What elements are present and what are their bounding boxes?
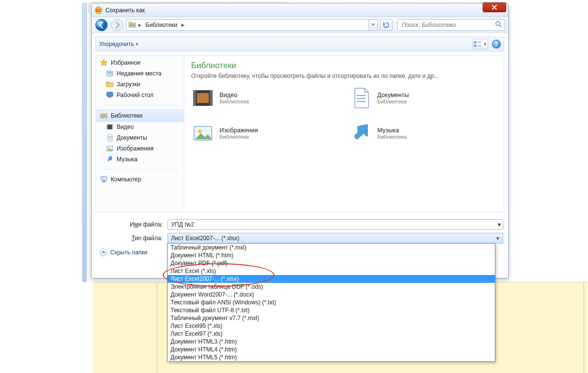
library-kind: Библиотека (220, 99, 249, 104)
sidebar-computer-root[interactable]: Компьютер (96, 174, 184, 185)
sidebar-item-recent[interactable]: Недавние места (96, 68, 184, 79)
filetype-option[interactable]: Документ HTML (*.htm) (168, 251, 495, 259)
sidebar-item-downloads[interactable]: Загрузки (96, 79, 184, 90)
music-icon (106, 155, 114, 163)
svg-rect-25 (112, 124, 113, 129)
content-heading: Библиотеки (191, 61, 497, 71)
filetype-option[interactable]: Документ HTML5 (*.htm) (168, 353, 495, 361)
sidebar-item-label: Избранное (111, 59, 141, 66)
desktop-icon (106, 91, 114, 99)
filetype-option[interactable]: Текстовый файл ANSI (Windows) (*.txt) (168, 298, 495, 306)
svg-line-8 (499, 25, 501, 27)
sidebar-item-label: Библиотеки (111, 112, 143, 119)
chevron-down-icon[interactable]: ▾ (494, 234, 502, 242)
content-area: Библиотеки Откройте библиотеку, чтобы пр… (184, 56, 504, 212)
filename-input[interactable]: УПД №2 ▾ (168, 219, 503, 230)
filetype-option[interactable]: Лист Excel95 (*.xls) (168, 322, 495, 330)
search-input[interactable] (401, 21, 495, 29)
breadcrumb-libraries[interactable]: Библиотеки (144, 21, 179, 29)
svg-rect-24 (107, 124, 108, 129)
sidebar-favorites-root[interactable]: Избранное (96, 57, 184, 68)
library-item-videos[interactable]: ВидеоБиблиотека (191, 86, 339, 110)
filetype-option[interactable]: Текстовый файл UTF-8 (*.txt) (168, 306, 495, 314)
filetype-dropdown-list[interactable]: Табличный документ (*.mxl)Документ HTML … (167, 243, 495, 362)
nav-sidebar: Избранное Недавние места Загрузки Рабочи… (96, 56, 184, 212)
video-icon (191, 86, 215, 110)
refresh-button[interactable] (380, 19, 392, 31)
library-name: Видео (220, 92, 249, 99)
address-history-dropdown[interactable]: ▼ (369, 19, 378, 31)
sidebar-item-label: Видео (117, 124, 134, 130)
close-button[interactable] (483, 2, 506, 12)
svg-rect-22 (101, 115, 106, 117)
chevron-down-icon: ▼ (483, 42, 487, 47)
svg-rect-31 (101, 176, 107, 180)
nav-row: ▶ Библиотеки ▶ ▼ (92, 17, 508, 33)
folder-icon (106, 80, 114, 88)
svg-point-7 (496, 22, 500, 25)
svg-rect-16 (110, 74, 112, 75)
sidebar-item-videos[interactable]: Видео (96, 122, 184, 132)
sidebar-item-label: Музыка (117, 156, 137, 163)
svg-rect-6 (130, 24, 135, 26)
chevron-right-icon[interactable]: ▶ (181, 23, 185, 27)
svg-rect-28 (109, 139, 112, 139)
svg-rect-40 (357, 101, 366, 102)
nav-forward-button[interactable] (110, 19, 124, 31)
library-item-pictures[interactable]: ИзображенияБиблиотека (191, 122, 339, 145)
organize-button[interactable]: Упорядочить ▼ (99, 41, 139, 48)
computer-icon (100, 175, 108, 183)
view-options-button[interactable]: ▼ (472, 39, 488, 50)
parent-window-edge (82, 3, 87, 282)
filetype-combobox[interactable]: Лист Excel2007-... (*.xlsx) ▾ (168, 233, 503, 244)
hide-folders-label: Скрыть папки (110, 249, 147, 256)
filetype-option[interactable]: Лист Excel2007-... (*.xlsx) (168, 275, 495, 283)
svg-text:1C: 1C (96, 8, 101, 13)
dialog-body: Избранное Недавние места Загрузки Рабочи… (96, 55, 504, 212)
filetype-option[interactable]: Документ HTML3 (*.htm) (168, 338, 495, 346)
sidebar-item-desktop[interactable]: Рабочий стол (96, 90, 184, 100)
sidebar-libraries-root[interactable]: Библиотеки (96, 110, 184, 122)
filetype-option[interactable]: Документ Word2007-... (*.docx) (168, 291, 495, 298)
library-kind: Библиотека (377, 99, 409, 104)
filetype-option[interactable]: Лист Excel (*.xls) (168, 267, 495, 275)
sidebar-item-label: Недавние места (117, 70, 161, 77)
sidebar-item-label: Загрузки (117, 81, 140, 88)
svg-rect-27 (109, 138, 112, 138)
filetype-option[interactable]: Табличный документ (*.mxl) (168, 244, 495, 251)
help-button[interactable]: ? (492, 40, 501, 49)
svg-point-42 (198, 129, 202, 133)
svg-rect-5 (129, 22, 132, 24)
music-icon (349, 122, 372, 145)
pictures-icon (191, 122, 215, 145)
filetype-option[interactable]: Документ HTML4 (*.htm) (168, 346, 495, 353)
filetype-option[interactable]: Документ PDF (*.pdf) (168, 259, 495, 267)
chevron-right-icon[interactable]: ▶ (138, 23, 142, 27)
sidebar-item-music[interactable]: Музыка (96, 154, 184, 165)
svg-rect-35 (193, 90, 196, 106)
svg-rect-39 (357, 98, 366, 99)
search-icon (495, 21, 502, 29)
filetype-option[interactable]: Табличный документ v7.7 (*.mxl) (168, 314, 495, 322)
star-icon (100, 59, 108, 67)
pictures-icon (106, 145, 114, 152)
search-box[interactable] (397, 19, 505, 31)
svg-rect-33 (102, 182, 106, 182)
video-icon (106, 123, 114, 131)
library-kind: Библиотека (220, 134, 258, 140)
libraries-icon (100, 112, 108, 120)
library-item-documents[interactable]: ДокументыБиблиотека (349, 86, 497, 110)
filetype-option[interactable]: Электронная таблица ODF (*.ods) (168, 283, 495, 291)
titlebar[interactable]: 1C Сохранить как (92, 3, 508, 17)
sidebar-item-label: Рабочий стол (117, 92, 153, 99)
filetype-value: Лист Excel2007-... (*.xlsx) (171, 235, 239, 242)
svg-rect-14 (108, 72, 109, 74)
library-item-music[interactable]: МузыкаБиблиотека (349, 122, 497, 145)
sidebar-item-documents[interactable]: Документы (96, 132, 184, 143)
sidebar-item-pictures[interactable]: Изображения (96, 143, 184, 154)
address-bar[interactable]: ▶ Библиотеки ▶ (126, 19, 369, 31)
nav-back-button[interactable] (95, 19, 108, 31)
chevron-down-icon[interactable]: ▾ (498, 221, 501, 228)
svg-point-3 (111, 19, 123, 31)
filetype-option[interactable]: Лист Excel97 (*.xls) (168, 330, 495, 338)
